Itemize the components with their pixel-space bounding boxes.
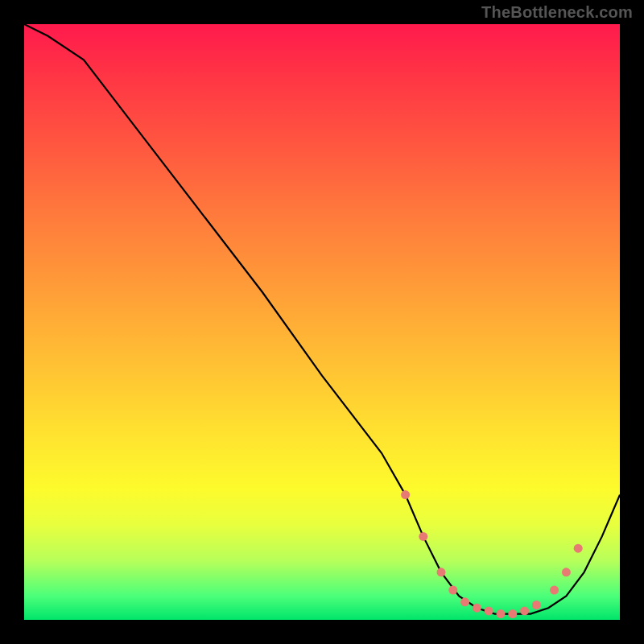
curve-marker xyxy=(448,586,457,595)
curve-marker xyxy=(437,568,446,576)
curve-marker xyxy=(508,609,517,618)
curve-marker xyxy=(485,606,493,615)
curve-marker xyxy=(419,532,427,541)
curve-marker xyxy=(562,568,571,576)
bottleneck-curve-path xyxy=(24,24,620,614)
curve-marker xyxy=(532,601,541,609)
curve-marker xyxy=(497,609,506,618)
curve-marker xyxy=(401,490,410,499)
plot-area xyxy=(24,24,620,620)
chart-container: TheBottleneck.com xyxy=(0,0,644,644)
watermark-text: TheBottleneck.com xyxy=(481,3,633,22)
bottleneck-curve-svg xyxy=(24,24,620,620)
curve-marker xyxy=(550,586,559,595)
marker-group xyxy=(401,490,583,618)
curve-marker xyxy=(460,597,469,606)
curve-marker xyxy=(520,606,529,615)
curve-marker xyxy=(574,544,583,553)
curve-marker xyxy=(473,604,481,613)
